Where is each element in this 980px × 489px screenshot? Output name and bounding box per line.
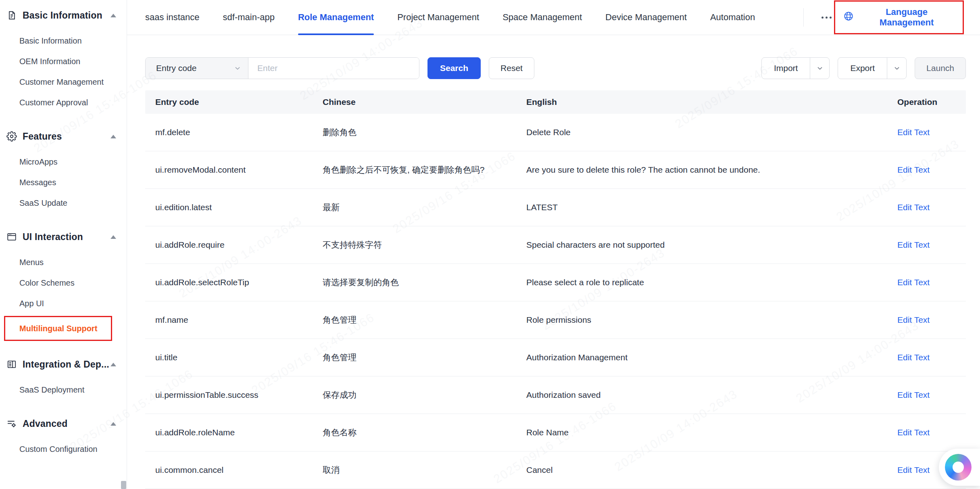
sidebar-item-label: App UI [19, 299, 44, 308]
edit-text-link[interactable]: Edit Text [897, 127, 930, 137]
section-header-integration-dep[interactable]: Integration & Dep... [0, 353, 127, 376]
sidebar-item-oem-information[interactable]: OEM Information [0, 51, 127, 72]
tab-language-management[interactable]: Language Management [835, 2, 963, 33]
export-button[interactable]: Export [838, 58, 887, 79]
cell-chinese: 删除角色 [323, 127, 526, 138]
sidebar-item-custom-configuration[interactable]: Custom Configuration [0, 439, 127, 460]
table-body: mf.delete删除角色Delete RoleEdit Textui.remo… [145, 114, 966, 489]
tab-label: Automation [710, 12, 755, 23]
search-button[interactable]: Search [427, 57, 481, 79]
cell-operation: Edit Text [897, 428, 966, 437]
edit-text-link[interactable]: Edit Text [897, 203, 930, 212]
cell-operation: Edit Text [897, 165, 966, 175]
section-items: Custom Configuration [0, 439, 127, 460]
section-items: Basic InformationOEM InformationCustomer… [0, 31, 127, 113]
tab-space-management[interactable]: Space Management [503, 0, 582, 35]
column-header-english: English [526, 97, 897, 107]
edit-text-link[interactable]: Edit Text [897, 165, 930, 175]
cell-chinese: 角色管理 [323, 314, 526, 326]
cell-entry-code: ui.permissionTable.success [145, 390, 323, 400]
cell-operation: Edit Text [897, 127, 966, 137]
edit-text-link[interactable]: Edit Text [897, 353, 930, 362]
filter-field-select[interactable]: Entry code [146, 58, 248, 79]
sidebar-scrollbar-thumb[interactable] [121, 481, 126, 489]
section-header-basic-information[interactable]: Basic Information [0, 4, 127, 27]
sidebar-item-multilingual-support[interactable]: Multilingual Support [4, 316, 112, 341]
section-header-advanced[interactable]: Advanced [0, 412, 127, 435]
entries-table: Entry code Chinese English Operation mf.… [145, 90, 966, 489]
sidebar-item-saas-update[interactable]: SaaS Update [0, 193, 127, 213]
column-header-chinese: Chinese [323, 97, 526, 107]
tab-device-management[interactable]: Device Management [605, 0, 687, 35]
sidebar-item-customer-management[interactable]: Customer Management [0, 72, 127, 92]
tab-automation[interactable]: Automation [710, 0, 755, 35]
table-row: ui.addRole.roleName角色名称Role NameEdit Tex… [145, 414, 966, 451]
edit-text-link[interactable]: Edit Text [897, 240, 930, 250]
edit-text-link[interactable]: Edit Text [897, 428, 930, 437]
sidebar-item-label: Color Schemes [19, 278, 75, 288]
sidebar-item-label: OEM Information [19, 57, 80, 66]
chevron-down-icon [893, 64, 901, 72]
section-items: MenusColor SchemesApp UIMultilingual Sup… [0, 252, 127, 341]
sidebar-item-saas-deployment[interactable]: SaaS Deployment [0, 380, 127, 400]
section-header-features[interactable]: Features [0, 125, 127, 148]
sidebar-item-color-schemes[interactable]: Color Schemes [0, 273, 127, 293]
tab-label: Device Management [605, 12, 687, 23]
import-dropdown-button[interactable] [810, 58, 829, 79]
cell-entry-code: ui.title [145, 353, 323, 362]
tab-role-management[interactable]: Role Management [298, 0, 374, 35]
collapse-arrow-icon [111, 422, 116, 426]
cell-chinese: 角色删除之后不可恢复, 确定要删除角色吗? [323, 164, 526, 176]
tab-saas-instance[interactable]: saas instance [145, 0, 200, 35]
section-items: MicroAppsMessagesSaaS Update [0, 152, 127, 213]
sidebar-item-label: Messages [19, 178, 56, 187]
sidebar-section-features: FeaturesMicroAppsMessagesSaaS Update [0, 125, 127, 213]
tab-sdf-main-app[interactable]: sdf-main-app [223, 0, 275, 35]
launch-button[interactable]: Launch [915, 57, 966, 79]
section-header-ui-interaction[interactable]: UI Interaction [0, 226, 127, 248]
edit-text-link[interactable]: Edit Text [897, 465, 930, 475]
gear-icon [6, 131, 17, 142]
assistant-widget-button[interactable] [939, 449, 980, 486]
tabs-list: saas instancesdf-main-appRole Management… [145, 0, 778, 35]
cell-chinese: 取消 [323, 464, 526, 476]
column-header-entry-code: Entry code [145, 97, 323, 107]
language-management-highlight-box: Language Management [834, 0, 964, 34]
sidebar-item-menus[interactable]: Menus [0, 252, 127, 273]
sidebar-item-app-ui[interactable]: App UI [0, 293, 127, 314]
section-label: UI Interaction [23, 232, 111, 242]
import-button[interactable]: Import [762, 58, 810, 79]
cell-english: Delete Role [526, 127, 897, 137]
cell-operation: Edit Text [897, 353, 966, 362]
cell-english: Special characters are not supported [526, 240, 897, 250]
edit-text-link[interactable]: Edit Text [897, 390, 930, 400]
edit-text-link[interactable]: Edit Text [897, 278, 930, 287]
tab-label: Space Management [503, 12, 582, 23]
import-button-group: Import [761, 57, 830, 79]
cell-entry-code: ui.addRole.roleName [145, 428, 323, 437]
sidebar-item-customer-approval[interactable]: Customer Approval [0, 92, 127, 113]
sidebar-item-microapps[interactable]: MicroApps [0, 152, 127, 172]
edit-text-link[interactable]: Edit Text [897, 315, 930, 325]
sidebar: Basic InformationBasic InformationOEM In… [0, 0, 127, 489]
tab-bar: saas instancesdf-main-appRole Management… [127, 0, 980, 35]
table-row: ui.edition.latest最新LATESTEdit Text [145, 189, 966, 226]
sidebar-item-label: Menus [19, 258, 44, 267]
window-icon [6, 232, 17, 242]
sidebar-section-advanced: AdvancedCustom Configuration [0, 412, 127, 460]
table-header-row: Entry code Chinese English Operation [145, 90, 966, 114]
section-label: Integration & Dep... [23, 359, 111, 370]
table-row: ui.title角色管理Authorization ManagementEdit… [145, 339, 966, 376]
reset-button[interactable]: Reset [489, 57, 534, 79]
search-input[interactable] [248, 58, 419, 79]
export-dropdown-button[interactable] [887, 58, 906, 79]
table-row: ui.removeModal.content角色删除之后不可恢复, 确定要删除角… [145, 151, 966, 189]
cell-operation: Edit Text [897, 390, 966, 400]
sidebar-item-messages[interactable]: Messages [0, 172, 127, 193]
tab-label: Role Management [298, 12, 374, 23]
more-tabs-button[interactable] [819, 13, 834, 23]
column-header-operation: Operation [897, 97, 966, 107]
sidebar-section-basic-information: Basic InformationBasic InformationOEM In… [0, 4, 127, 113]
sidebar-item-basic-information[interactable]: Basic Information [0, 31, 127, 51]
tab-project-management[interactable]: Project Management [397, 0, 479, 35]
